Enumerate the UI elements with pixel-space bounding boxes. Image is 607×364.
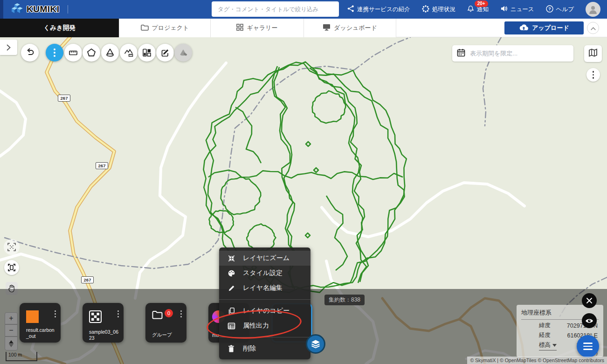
share-icon bbox=[347, 5, 354, 14]
tab-label: ギャラリー bbox=[247, 24, 277, 32]
road-shield: 267 bbox=[58, 95, 70, 102]
elevation-profile-button[interactable] bbox=[120, 44, 138, 62]
menu-item-label: 属性出力 bbox=[243, 322, 269, 330]
aggregate-count-tooltip: 集約数：838 bbox=[324, 295, 365, 305]
table-icon bbox=[227, 323, 236, 330]
card-kebab-icon[interactable] bbox=[180, 310, 182, 317]
layer-card-label: sample03_0623 bbox=[89, 329, 119, 341]
map-icon bbox=[588, 48, 598, 59]
visibility-toggle-button[interactable] bbox=[582, 313, 597, 328]
focus-extent-button[interactable] bbox=[4, 260, 19, 275]
menu-item-label: 処理状況 bbox=[432, 6, 455, 14]
help-icon: ? bbox=[546, 5, 553, 14]
trash-icon bbox=[227, 345, 236, 352]
menu-item-notifications[interactable]: 通知 20+ bbox=[467, 5, 489, 14]
map-options-button[interactable] bbox=[586, 68, 600, 82]
cloud-upload-icon bbox=[519, 24, 528, 32]
chevron-down-icon bbox=[552, 344, 557, 347]
menu-item-help[interactable]: ? ヘルプ bbox=[546, 5, 574, 14]
checker-placeholder-icon bbox=[89, 316, 102, 324]
layer-card-sample03[interactable]: sample03_0623 bbox=[83, 303, 124, 343]
calendar-icon bbox=[457, 48, 465, 59]
menu-item-rename-layer[interactable]: レイヤ名編集 bbox=[219, 281, 310, 295]
elevation-label: 標高 bbox=[539, 341, 551, 349]
menu-item-processing[interactable]: 処理状況 bbox=[422, 5, 455, 14]
menu-item-services[interactable]: 連携サービスの紹介 bbox=[347, 5, 410, 14]
menu-item-news[interactable]: ニュース bbox=[500, 5, 534, 14]
layer-context-menu: レイヤにズーム スタイル設定 レイヤ名編集 レイヤのコピー 属性出力 削除 bbox=[219, 247, 310, 359]
zoom-to-layer-icon bbox=[227, 254, 236, 262]
folder-icon bbox=[152, 313, 163, 321]
panel-menu-button[interactable] bbox=[577, 335, 599, 357]
map-attribution: © SkymatiX | © OpenMapTiles © OpenStreet… bbox=[467, 357, 607, 364]
volume-measure-button[interactable] bbox=[101, 44, 119, 62]
svg-text:?: ? bbox=[548, 6, 551, 11]
menu-item-zoom-to-layer[interactable]: レイヤにズーム bbox=[219, 251, 310, 266]
slope-tool-button-disabled bbox=[174, 44, 192, 62]
kumiki-logo[interactable]: KUMIKI bbox=[11, 2, 68, 16]
collapse-panel-button[interactable] bbox=[587, 22, 599, 34]
elevation-selector[interactable]: 標高 bbox=[539, 341, 557, 350]
map-canvas[interactable]: 267 267 267 bbox=[0, 37, 607, 364]
menu-item-style-settings[interactable]: スタイル設定 bbox=[219, 266, 310, 281]
group-count-badge: 0 bbox=[165, 309, 173, 317]
search-input[interactable] bbox=[212, 1, 339, 17]
more-icon bbox=[54, 48, 55, 57]
tab-workspace-active[interactable]: くみき開発 bbox=[0, 19, 119, 37]
menu-separator bbox=[219, 299, 310, 300]
menu-item-label: レイヤ名編集 bbox=[243, 284, 283, 292]
menu-item-label: スタイル設定 bbox=[243, 269, 283, 277]
menu-item-label: 削除 bbox=[243, 344, 256, 353]
sprocket-icon bbox=[422, 5, 429, 14]
longitude-label: 経度 bbox=[539, 331, 551, 339]
close-icon bbox=[586, 297, 593, 304]
menu-item-label: ニュース bbox=[510, 6, 534, 14]
folder-icon bbox=[141, 24, 149, 32]
layout-panels-button[interactable] bbox=[138, 44, 156, 62]
eye-icon bbox=[585, 318, 593, 324]
tab-project[interactable]: プロジェクト bbox=[119, 19, 210, 37]
chevron-up-icon bbox=[591, 24, 596, 32]
more-tools-button[interactable] bbox=[46, 44, 63, 62]
basemap-button[interactable] bbox=[584, 45, 602, 62]
app-header: KUMIKI 連携サービスの紹介 処理状況 通知 20+ ニュース ? ヘルプ bbox=[0, 0, 607, 19]
tab-label: プロジェクト bbox=[152, 24, 189, 32]
sidebar-expander-button[interactable] bbox=[0, 40, 17, 55]
menu-item-copy-layer[interactable]: レイヤのコピー bbox=[219, 303, 310, 318]
upload-button[interactable]: アップロード bbox=[504, 21, 584, 34]
tab-bar: くみき開発 プロジェクト ギャラリー ダッシュボード アップロード bbox=[0, 19, 607, 37]
date-filter-box bbox=[452, 45, 573, 62]
polygon-draw-button[interactable] bbox=[83, 44, 100, 62]
speaker-icon bbox=[500, 5, 508, 14]
header-menu: 連携サービスの紹介 処理状況 通知 20+ ニュース ? ヘルプ bbox=[347, 2, 607, 17]
tab-gallery[interactable]: ギャラリー bbox=[210, 19, 304, 37]
card-kebab-icon[interactable] bbox=[117, 310, 119, 317]
user-avatar[interactable] bbox=[586, 2, 600, 17]
edit-layer-button[interactable] bbox=[156, 44, 174, 62]
undo-button[interactable] bbox=[21, 44, 39, 62]
menu-separator bbox=[219, 337, 310, 337]
tab-dashboard[interactable]: ダッシュボード bbox=[304, 19, 396, 37]
date-range-input[interactable] bbox=[469, 49, 569, 57]
logo-divider bbox=[68, 5, 68, 14]
notification-badge: 20+ bbox=[475, 0, 488, 7]
card-kebab-icon[interactable] bbox=[55, 310, 56, 317]
measure-button[interactable] bbox=[64, 44, 82, 62]
header-edge bbox=[0, 0, 3, 19]
fit-bounds-button[interactable] bbox=[4, 239, 20, 255]
bell-icon bbox=[467, 5, 474, 14]
pencil-icon bbox=[227, 285, 236, 292]
latitude-label: 緯度 bbox=[539, 322, 551, 330]
close-panel-button[interactable] bbox=[582, 293, 597, 308]
copy-icon bbox=[227, 307, 236, 315]
grid-icon bbox=[236, 24, 243, 32]
layer-card-label: グループ bbox=[152, 332, 182, 338]
palette-icon bbox=[227, 269, 236, 277]
menu-item-export-attributes[interactable]: 属性出力 bbox=[219, 318, 310, 333]
menu-item-delete-layer[interactable]: 削除 bbox=[219, 341, 310, 356]
layer-card-result-carbon-out[interactable]: result.carbon_out bbox=[20, 303, 61, 343]
layer-card-group[interactable]: 0 グループ bbox=[145, 303, 186, 343]
menu-item-label: レイヤにズーム bbox=[243, 254, 290, 262]
layer-thumbnail-orange bbox=[26, 310, 39, 323]
kebab-icon bbox=[593, 71, 594, 79]
